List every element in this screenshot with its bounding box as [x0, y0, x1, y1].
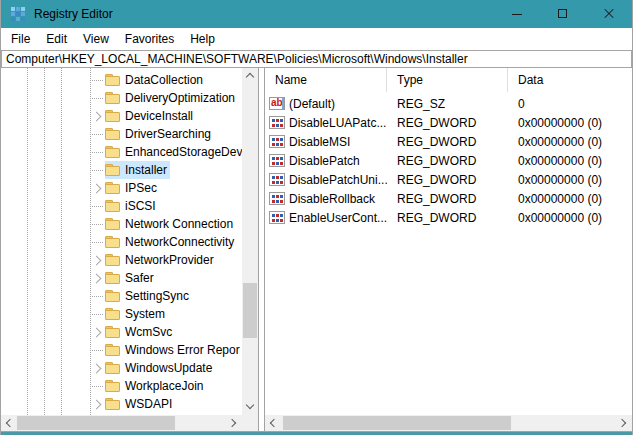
chevron-left-icon — [270, 419, 278, 427]
tree-item-iscsi[interactable]: iSCSI — [1, 197, 242, 215]
expand-chevron-icon[interactable] — [89, 252, 105, 268]
value-row-disableluapatching[interactable]: DisableLUAPatc... REG_DWORD 0x00000000 (… — [265, 113, 632, 132]
value-type: REG_DWORD — [387, 211, 508, 225]
expand-chevron-icon[interactable] — [89, 270, 105, 286]
column-header-data[interactable]: Data — [508, 68, 632, 92]
scroll-right-button[interactable] — [226, 415, 242, 431]
tree-item-label: Windows Error Repor — [125, 343, 240, 357]
tree-item-enhancedstoragedev[interactable]: EnhancedStorageDev — [1, 143, 242, 161]
tree-vertical-scrollbar[interactable] — [242, 68, 258, 415]
menu-item-favorites[interactable]: Favorites — [117, 30, 182, 48]
chevron-up-icon — [246, 73, 254, 81]
scroll-left-button[interactable] — [1, 415, 17, 431]
tree-item-driversearching[interactable]: DriverSearching — [1, 125, 242, 143]
close-button[interactable] — [586, 0, 632, 28]
value-row-default[interactable]: (Default) REG_SZ 0 — [265, 94, 632, 113]
tree-item-deliveryoptimization[interactable]: DeliveryOptimization — [1, 89, 242, 107]
value-row-enableusercontrol[interactable]: EnableUserCont... REG_DWORD 0x00000000 (… — [265, 208, 632, 227]
expand-chevron-icon[interactable] — [89, 360, 105, 376]
tree-item-windows-error-reporting[interactable]: Windows Error Repor — [1, 341, 242, 359]
value-data: 0x00000000 (0) — [508, 135, 632, 149]
tree-item-network-connection[interactable]: Network Connection — [1, 215, 242, 233]
tree-item-label: WorkplaceJoin — [125, 379, 203, 393]
tree-item-label: SettingSync — [125, 289, 189, 303]
scroll-left-button[interactable] — [265, 415, 281, 431]
tree-item-windowsupdate[interactable]: WindowsUpdate — [1, 359, 242, 377]
horizontal-scroll-thumb[interactable] — [17, 416, 175, 430]
tree-item-ipsec[interactable]: IPSec — [1, 179, 242, 197]
dword-value-icon — [269, 192, 285, 205]
tree-item-system[interactable]: System — [1, 305, 242, 323]
scroll-right-button[interactable] — [616, 415, 632, 431]
tree-item-label: WSDAPI — [125, 397, 172, 411]
folder-icon — [105, 361, 121, 375]
dword-value-icon — [269, 116, 285, 129]
value-type: REG_DWORD — [387, 173, 508, 187]
tree-item-datacollection[interactable]: DataCollection — [1, 71, 242, 89]
dword-value-icon — [269, 173, 285, 186]
tree-item-safer[interactable]: Safer — [1, 269, 242, 287]
column-header-type[interactable]: Type — [387, 68, 508, 92]
scroll-up-button[interactable] — [242, 68, 258, 84]
tree-connector-icon — [89, 288, 105, 304]
tree-item-workplacejoin[interactable]: WorkplaceJoin — [1, 377, 242, 395]
dword-value-icon — [269, 211, 285, 224]
window-bottom-border — [1, 431, 632, 435]
minimize-button[interactable] — [494, 0, 540, 28]
expand-chevron-icon[interactable] — [89, 396, 105, 412]
menu-item-help[interactable]: Help — [182, 30, 223, 48]
tree-item-wsdapi[interactable]: WSDAPI — [1, 395, 242, 413]
string-value-icon — [269, 97, 285, 110]
value-name: EnableUserCont... — [289, 211, 387, 225]
scroll-down-button[interactable] — [242, 399, 258, 415]
titlebar: Registry Editor — [1, 0, 632, 28]
tree-connector-icon — [89, 216, 105, 232]
tree-item-deviceinstall[interactable]: DeviceInstall — [1, 107, 242, 125]
registry-tree: DataCollection DeliveryOptimization Devi… — [1, 68, 242, 415]
tree-horizontal-scrollbar[interactable] — [1, 415, 242, 431]
tree-item-label: Safer — [125, 271, 154, 285]
expand-chevron-icon[interactable] — [89, 180, 105, 196]
tree-item-label: WindowsUpdate — [125, 361, 212, 375]
value-row-disablerollback[interactable]: DisableRollback REG_DWORD 0x00000000 (0) — [265, 189, 632, 208]
maximize-icon — [558, 9, 567, 18]
menu-item-file[interactable]: File — [3, 30, 38, 48]
horizontal-scroll-thumb[interactable] — [283, 416, 511, 430]
minimize-icon — [512, 14, 522, 15]
tree-connector-icon — [89, 144, 105, 160]
dword-value-icon — [269, 135, 285, 148]
address-input[interactable] — [2, 51, 631, 67]
tree-item-installer-selected[interactable]: Installer — [1, 161, 242, 179]
folder-icon — [105, 343, 121, 357]
folder-icon — [105, 109, 121, 123]
expand-chevron-icon[interactable] — [89, 108, 105, 124]
folder-icon — [105, 379, 121, 393]
vertical-scroll-thumb[interactable] — [243, 283, 257, 338]
list-horizontal-scrollbar[interactable] — [265, 415, 632, 431]
tree-item-networkprovider[interactable]: NetworkProvider — [1, 251, 242, 269]
value-row-disablepatch[interactable]: DisablePatch REG_DWORD 0x00000000 (0) — [265, 151, 632, 170]
value-name: DisablePatchUni... — [289, 173, 387, 187]
menu-item-edit[interactable]: Edit — [38, 30, 75, 48]
chevron-down-icon — [246, 401, 254, 409]
registry-icon — [10, 6, 26, 22]
tree-item-wcmsvc[interactable]: WcmSvc — [1, 323, 242, 341]
value-row-disablepatchuninstall[interactable]: DisablePatchUni... REG_DWORD 0x00000000 … — [265, 170, 632, 189]
value-name: DisableLUAPatc... — [289, 116, 386, 130]
value-name: DisableRollback — [289, 192, 375, 206]
window-title: Registry Editor — [34, 7, 113, 21]
tree-item-label: System — [125, 307, 165, 321]
maximize-button[interactable] — [540, 0, 586, 28]
caption-buttons — [494, 0, 632, 28]
tree-item-settingsync[interactable]: SettingSync — [1, 287, 242, 305]
expand-chevron-icon[interactable] — [89, 324, 105, 340]
value-type: REG_DWORD — [387, 154, 508, 168]
column-header-name[interactable]: Name — [265, 68, 387, 92]
value-row-disablemsi[interactable]: DisableMSI REG_DWORD 0x00000000 (0) — [265, 132, 632, 151]
tree-item-label: Network Connection — [125, 217, 233, 231]
tree-item-label: DataCollection — [125, 73, 203, 87]
folder-icon — [105, 235, 121, 249]
menu-item-view[interactable]: View — [75, 30, 117, 48]
tree-item-networkconnectivity[interactable]: NetworkConnectivity — [1, 233, 242, 251]
folder-icon — [105, 163, 121, 177]
